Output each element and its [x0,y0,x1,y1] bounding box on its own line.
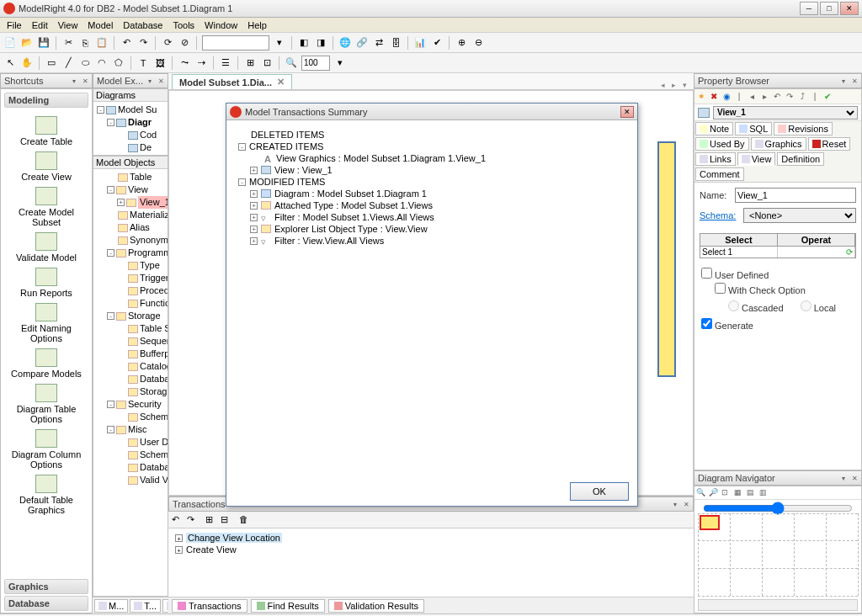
tree-node[interactable]: -Security [95,398,166,411]
shortcut-item[interactable]: Create Model Subset [4,187,88,227]
polygon-icon[interactable]: ⬠ [112,56,125,70]
shortcut-item[interactable]: Create Table [4,116,88,146]
modal-tree-node[interactable]: +Diagram : Model Subset 1.Diagram 1 [238,188,625,199]
chk-generate[interactable]: Generate [701,318,854,331]
prop-del-icon[interactable]: ✖ [709,92,719,102]
shortcuts-group-database[interactable]: Database [4,596,88,611]
cut-icon[interactable]: ✂ [61,36,75,50]
menu-edit[interactable]: Edit [27,19,53,32]
line-icon[interactable]: ╱ [61,56,75,70]
shortcut-item[interactable]: Compare Models [4,348,88,379]
ptab-sql[interactable]: SQL [735,122,772,135]
paste-icon[interactable]: 📋 [95,36,109,50]
prop-up-icon[interactable]: ↶ [772,92,782,102]
refresh-icon[interactable]: ⟳ [161,36,174,50]
zoom-out-icon[interactable]: ⊖ [471,36,485,50]
chk-user-defined[interactable]: User Defined [701,268,854,280]
tree-node[interactable]: -Model Su [95,104,166,116]
tree-node[interactable]: -Misc [95,423,166,436]
pin-icon[interactable]: ▾ [670,499,680,509]
navigator-scrollbar[interactable] [698,599,858,611]
ptab-note[interactable]: Note [695,122,733,135]
navigator-viewport[interactable] [700,515,720,530]
maximize-button[interactable]: □ [820,2,838,15]
compare-icon[interactable]: ⇄ [372,36,386,50]
pointer-icon[interactable]: ↖ [3,56,17,70]
modal-tree-node[interactable]: -MODIFIED ITEMS [238,176,625,188]
prop-fwd-icon[interactable]: ▸ [759,92,769,102]
ptab-usedby[interactable]: Used By [695,137,749,151]
tree-node[interactable]: +View_1 [95,196,166,209]
search-dropdown-icon[interactable]: ▾ [273,36,286,50]
ptab-links[interactable]: Links [695,152,736,166]
prop-apply-icon[interactable]: ✔ [822,92,833,102]
minimize-button[interactable]: ─ [800,2,818,15]
menu-model[interactable]: Model [82,19,118,32]
name-input[interactable] [735,188,856,203]
shortcut-item[interactable]: Diagram Table Options [4,384,88,424]
arc-icon[interactable]: ◠ [95,56,109,70]
rect-icon[interactable]: ▭ [45,56,58,70]
tool-icon-2[interactable]: ◨ [314,36,327,50]
nav-grid3-icon[interactable]: ▥ [759,488,769,498]
grid-row[interactable]: Select 1 [700,247,778,258]
align-icon[interactable]: ☰ [219,56,232,70]
shortcuts-group-graphics[interactable]: Graphics [4,579,88,594]
panel-close-icon[interactable]: ✕ [681,499,691,509]
tab-find-results[interactable]: Find Results [251,599,325,613]
menu-database[interactable]: Database [118,19,168,32]
tab-prev-icon[interactable]: ◂ [657,81,668,89]
modal-tree-node[interactable]: +Attached Type : Model Subset 1.Views [238,199,625,211]
modal-tree-node[interactable]: -CREATED ITEMS [238,141,625,152]
ellipse-icon[interactable]: ⬭ [78,56,92,70]
validate-icon[interactable]: ✔ [430,36,444,50]
search-input[interactable] [202,35,269,50]
menu-view[interactable]: View [53,19,83,32]
tree-node[interactable]: Storage Gro [95,385,166,398]
transaction-item[interactable]: +Change View Location [175,532,687,544]
nav-fit-icon[interactable]: ⊡ [721,488,732,498]
pin-icon[interactable]: ▾ [838,473,849,483]
modal-close-button[interactable]: ✕ [620,106,634,118]
tab-next-icon[interactable]: ▸ [668,81,679,89]
new-icon[interactable]: 📄 [3,36,17,50]
tree-node[interactable]: De [95,141,166,154]
tree-node[interactable]: Catalog [95,360,166,373]
ptab-revisions[interactable]: Revisions [774,122,833,135]
tree-node[interactable]: Function [95,297,166,310]
globe-icon[interactable]: 🌐 [338,36,352,50]
view-shape[interactable] [657,141,676,377]
tree-node[interactable]: Schema [95,411,166,423]
undo-icon[interactable]: ↶ [120,36,133,50]
report-icon[interactable]: 📊 [413,36,427,50]
explorer-tab-m[interactable]: M... [94,599,128,613]
tree-node[interactable]: -Storage [95,310,166,322]
panel-close-icon[interactable]: ✕ [849,76,859,86]
menu-file[interactable]: File [2,19,27,32]
schema-select[interactable]: <None> [743,208,856,223]
modal-tree-node[interactable]: +▿Filter : Model Subset 1.Views.All View… [238,211,625,223]
tab-list-icon[interactable]: ▾ [679,81,690,89]
snap-icon[interactable]: ⊡ [260,56,274,70]
redo-icon[interactable]: ↷ [136,36,150,50]
zoom-dropdown-icon[interactable]: ▾ [333,56,347,70]
shortcuts-group-modeling[interactable]: Modeling [4,93,88,108]
ptab-graphics[interactable]: Graphics [751,137,806,151]
select-grid[interactable]: SelectOperat Select 1⟳ [700,233,856,258]
modal-tree-node[interactable]: AView Graphics : Model Subset 1.Diagram … [238,152,625,164]
tree-node[interactable]: -Programmabi... [95,247,166,259]
trans-redo-icon[interactable]: ↷ [187,514,199,526]
tree-node[interactable]: Cod [95,129,166,141]
pin-icon[interactable]: ▾ [145,76,155,86]
panel-close-icon[interactable]: ✕ [849,473,859,483]
nav-grid2-icon[interactable]: ▤ [747,488,757,498]
tab-transactions[interactable]: Transactions [172,599,247,613]
db-icon[interactable]: 🗄 [389,36,402,50]
tab-validation-results[interactable]: Validation Results [328,599,424,613]
explorer-tab-t[interactable]: T... [130,599,161,613]
grid-icon[interactable]: ⊞ [243,56,257,70]
copy-icon[interactable]: ⎘ [78,36,92,50]
shortcut-item[interactable]: Diagram Column Options [4,429,88,470]
schema-label[interactable]: Schema: [700,210,738,220]
chk-with-check-option[interactable]: With Check Option [715,283,854,295]
